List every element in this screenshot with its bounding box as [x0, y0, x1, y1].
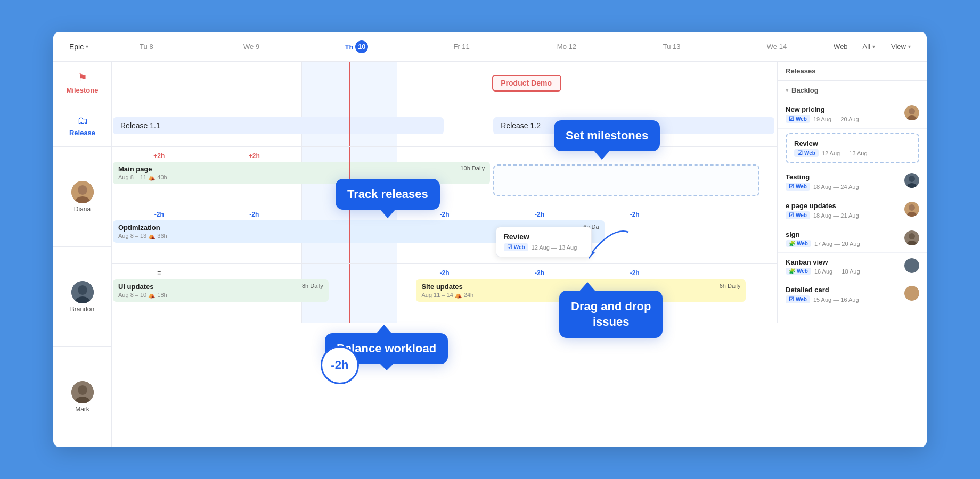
brandon-workload-we9: -2h — [249, 211, 259, 218]
grid-scroll[interactable]: Product Demo — [112, 62, 778, 447]
view-dropdown[interactable]: View ▾ — [886, 40, 916, 53]
sidebar-item-review[interactable]: Review Web 12 Aug — 13 Aug — [786, 133, 919, 163]
sidebar-item-new-pricing[interactable]: New pricing Web 19 Aug — 20 Aug — [778, 100, 927, 129]
diana-drop-zone[interactable] — [493, 164, 760, 196]
grid-col-tu8-m — [112, 62, 207, 104]
ui-updates-title: UI updates — [118, 283, 153, 291]
diana-row: +2h +2h — [112, 147, 778, 205]
page-updates-date: 18 Aug — 21 Aug — [813, 212, 859, 219]
mark-workload-fr11: -2h — [440, 269, 450, 277]
release-label-text: Release — [69, 129, 95, 137]
grid-col-th10-m — [302, 62, 397, 104]
grid-col-tu13-m — [587, 62, 683, 104]
releases-label: Releases — [786, 67, 919, 75]
release-row-label: 🗂 Release — [53, 104, 111, 147]
epic-label: Epic — [69, 43, 84, 51]
app-container: Epic ▾ Tu 8 We 9 Th10 Fr 11 Mo 12 Tu 13 … — [53, 32, 927, 447]
sidebar-item-page-updates[interactable]: e page updates Web 18 Aug — 21 Aug — [778, 196, 927, 225]
mark-avatar — [71, 381, 94, 403]
today-line-mk — [349, 264, 350, 323]
release-bar-1[interactable]: Release 1.1 — [113, 117, 444, 134]
day-th10: Th10 — [304, 40, 409, 53]
view-chevron-icon: ▾ — [908, 44, 911, 49]
release-row: Release 1.1 Release 1.2 — [112, 104, 778, 147]
kanban-view-avatar — [904, 258, 919, 273]
brandon-workload-mo12: -2h — [535, 211, 544, 218]
diana-workload-tu8: +2h — [153, 152, 165, 160]
mark-name: Mark — [75, 406, 89, 413]
sign-info: sign Web 17 Aug — 20 Aug — [786, 230, 900, 247]
page-updates-tag: Web — [786, 211, 810, 219]
sidebar-item-info-new-pricing: New pricing Web 19 Aug — 20 Aug — [786, 105, 900, 123]
release-icon: 🗂 — [77, 114, 88, 127]
sidebar-item-kanban-view[interactable]: Kanban view Web 16 Aug — 18 Aug — [778, 253, 927, 280]
ui-updates-daily: 8h Daily — [302, 283, 323, 289]
day-tu13: Tu 13 — [619, 43, 724, 51]
brandon-workload-tu8: -2h — [154, 211, 164, 218]
sidebar-item-detailed-card[interactable]: Detailed card Web 15 Aug — 16 Aug — [778, 280, 927, 309]
track-releases-tooltip: Track releases — [336, 179, 440, 210]
today-line-r — [349, 104, 350, 146]
site-updates-title: Site updates — [421, 283, 462, 291]
grid-col-we14-m — [682, 62, 778, 104]
page-updates-info: e page updates Web 18 Aug — 21 Aug — [786, 202, 900, 219]
svg-point-20 — [909, 233, 915, 240]
brandon-row: -2h -2h -2h -2h — [112, 205, 778, 264]
today-line-m — [349, 62, 350, 104]
testing-title: Testing — [786, 173, 900, 181]
task-ui-updates[interactable]: UI updates 8h Daily Aug 8 – 10 ⛺ 18h — [113, 279, 329, 302]
day-fr11: Fr 11 — [409, 43, 514, 51]
toolbar-right: Web All ▾ View ▾ — [829, 40, 916, 53]
mark-row: = -2h -2h -2h — [112, 264, 778, 323]
new-pricing-title: New pricing — [786, 105, 900, 113]
all-dropdown[interactable]: All ▾ — [858, 40, 880, 53]
detailed-card-meta: Web 15 Aug — 16 Aug — [786, 295, 900, 303]
svg-point-17 — [909, 204, 915, 211]
mark-workload-mo12: -2h — [535, 269, 544, 277]
svg-point-11 — [909, 108, 915, 114]
milestone-row: Product Demo — [112, 62, 778, 104]
releases-section-header[interactable]: Releases — [778, 62, 927, 81]
sidebar-item-sign[interactable]: sign Web 17 Aug — 20 Aug — [778, 225, 927, 253]
mark-workload-tu8: = — [157, 269, 161, 277]
backlog-chevron-icon: ▾ — [786, 87, 788, 93]
grid-col-fr11-m — [397, 62, 493, 104]
milestone-bar: Product Demo — [492, 75, 561, 92]
backlog-section-header[interactable]: ▾ Backlog — [778, 81, 927, 100]
sign-date: 17 Aug — 20 Aug — [814, 241, 860, 247]
set-milestones-tooltip: Set milestones — [554, 120, 660, 151]
kanban-view-info: Kanban view Web 16 Aug — 18 Aug — [786, 258, 900, 275]
grid-inner: Product Demo — [112, 62, 778, 323]
review-card-date: 12 Aug — 13 Aug — [532, 244, 577, 251]
right-sidebar: Releases ▾ Backlog New pricing Web 19 Au… — [778, 62, 927, 447]
mark-workload-tu13: -2h — [630, 269, 640, 277]
kanban-view-date: 16 Aug — 18 Aug — [814, 268, 860, 275]
diana-avatar — [71, 181, 94, 203]
svg-point-4 — [78, 285, 87, 295]
testing-avatar — [904, 173, 919, 188]
detailed-card-title: Detailed card — [786, 286, 900, 294]
toolbar-left: Epic ▾ — [64, 40, 94, 54]
day-tu8: Tu 8 — [94, 43, 199, 51]
detailed-card-tag: Web — [786, 295, 810, 303]
main-page-title: Main page — [118, 165, 152, 173]
brandon-workload-fr11: -2h — [440, 211, 450, 218]
epic-dropdown[interactable]: Epic ▾ — [64, 40, 94, 54]
review-meta: Web 12 Aug — 13 Aug — [794, 149, 911, 157]
testing-tag: Web — [786, 183, 810, 191]
site-updates-daily: 6h Daily — [720, 283, 741, 289]
brandon-name: Brandon — [70, 305, 94, 313]
main-page-daily: 10h Daily — [460, 165, 485, 171]
grid-area: Product Demo — [112, 62, 778, 447]
review-date: 12 Aug — 13 Aug — [822, 150, 868, 156]
review-card: Review Web 12 Aug — 13 Aug — [496, 227, 592, 257]
review-title: Review — [794, 139, 911, 147]
svg-point-23 — [904, 286, 919, 301]
brandon-workload-tu13: -2h — [630, 211, 640, 218]
svg-point-1 — [78, 185, 87, 195]
sign-tag: Web — [786, 240, 811, 247]
sidebar-item-testing[interactable]: Testing Web 18 Aug — 24 Aug — [778, 168, 927, 196]
svg-point-22 — [904, 258, 919, 273]
page-updates-title: e page updates — [786, 202, 900, 210]
detailed-card-info: Detailed card Web 15 Aug — 16 Aug — [786, 286, 900, 303]
